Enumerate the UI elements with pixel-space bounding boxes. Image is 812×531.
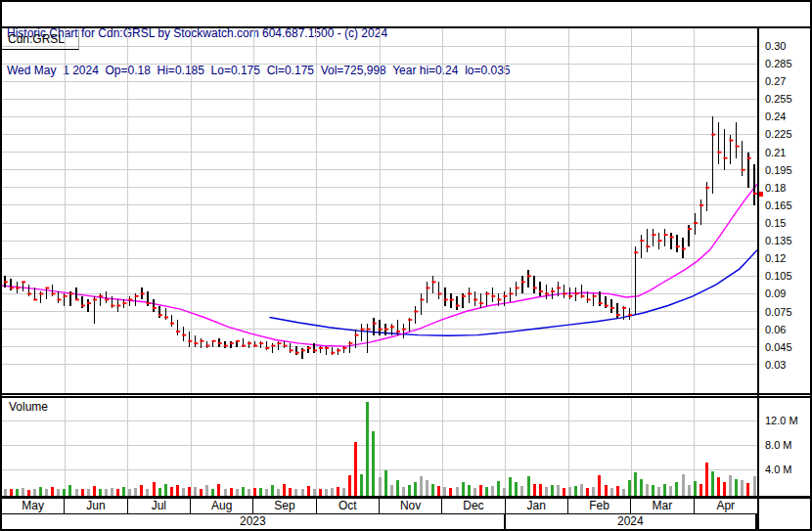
month-label-oct: Oct <box>317 499 380 513</box>
price-tick-0.195: 0.195 <box>765 164 792 176</box>
axis-column-border-1 <box>759 396 810 398</box>
chart-column: Cdn:GRSL Volume MayJunJulAugSepOctNovDec… <box>2 28 757 529</box>
month-label-jun: Jun <box>65 499 127 513</box>
last-price-marker <box>759 192 763 197</box>
price-tick-0.135: 0.135 <box>765 235 792 246</box>
price-tick-0.03: 0.03 <box>765 359 786 371</box>
volume-tick-8.0M: 8.0 M <box>765 439 792 451</box>
month-label-jan: Jan <box>506 499 568 513</box>
price-tick-0.27: 0.27 <box>765 75 786 87</box>
year-label-2024: 2024 <box>506 514 757 529</box>
month-label-mar: Mar <box>631 499 694 513</box>
chart-header: Historic Chart for Cdn:GRSL by Stockwatc… <box>2 2 810 28</box>
price-tick-0.21: 0.21 <box>765 147 786 158</box>
volume-tick-4.0M: 4.0 M <box>765 464 792 475</box>
price-tick-0.045: 0.045 <box>765 341 792 353</box>
price-axis-column: 0.300.2850.270.2550.240.2250.210.1950.18… <box>759 28 810 529</box>
volume-chart-svg <box>2 398 757 496</box>
axis-column-border-2 <box>759 496 810 499</box>
month-label-apr: Apr <box>695 499 757 513</box>
volume-tick-12.0M: 12.0 M <box>765 415 798 426</box>
month-axis: MayJunJulAugSepOctNovDecJanFebMarApr <box>2 499 757 514</box>
chart-body: Cdn:GRSL Volume MayJunJulAugSepOctNovDec… <box>2 28 810 529</box>
price-tick-0.30: 0.30 <box>765 40 786 52</box>
symbol-label: Cdn:GRSL <box>2 29 79 50</box>
price-chart-svg <box>2 28 757 393</box>
volume-panel-label: Volume <box>9 400 48 414</box>
month-label-aug: Aug <box>191 499 253 513</box>
price-tick-0.18: 0.18 <box>765 182 786 194</box>
price-tick-0.15: 0.15 <box>765 217 786 229</box>
month-label-sep: Sep <box>253 499 316 513</box>
month-label-nov: Nov <box>380 499 442 513</box>
month-label-dec: Dec <box>442 499 505 513</box>
price-tick-0.09: 0.09 <box>765 288 786 299</box>
price-tick-0.075: 0.075 <box>765 306 792 318</box>
price-tick-0.285: 0.285 <box>765 58 792 69</box>
price-tick-0.24: 0.24 <box>765 111 786 122</box>
stock-chart-window: Historic Chart for Cdn:GRSL by Stockwatc… <box>0 0 812 531</box>
price-tick-0.165: 0.165 <box>765 199 792 211</box>
price-tick-0.225: 0.225 <box>765 128 792 140</box>
axis-column-border-0 <box>759 393 810 395</box>
price-tick-0.12: 0.12 <box>765 252 786 264</box>
year-label-2023: 2023 <box>2 514 506 529</box>
price-tick-0.255: 0.255 <box>765 93 792 105</box>
price-tick-0.105: 0.105 <box>765 270 792 282</box>
price-tick-0.06: 0.06 <box>765 324 786 335</box>
month-label-may: May <box>2 499 65 513</box>
price-panel: Cdn:GRSL <box>2 28 757 393</box>
month-label-jul: Jul <box>128 499 191 513</box>
volume-panel: Volume <box>2 398 757 499</box>
year-axis: 20232024 <box>2 514 757 529</box>
month-label-feb: Feb <box>568 499 631 513</box>
